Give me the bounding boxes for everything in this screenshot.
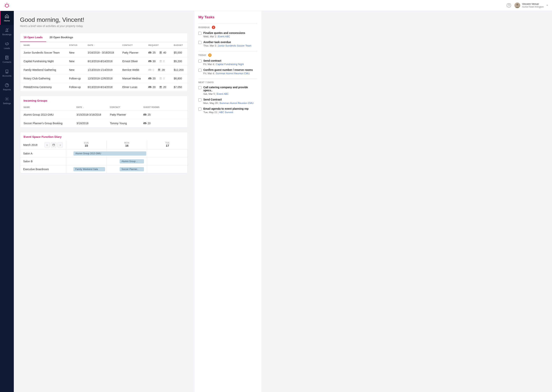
task-link[interactable]: Summar Alumni Reunion CMU bbox=[220, 102, 254, 105]
sidebar-item-settings[interactable]: Settings bbox=[0, 94, 14, 107]
col-guest-rooms[interactable]: GUEST ROOMS bbox=[141, 104, 188, 111]
svg-point-30 bbox=[161, 60, 161, 61]
svg-point-25 bbox=[160, 52, 160, 52]
gear-icon bbox=[4, 97, 9, 101]
task-link[interactable]: Event ABC bbox=[218, 35, 230, 38]
app-logo[interactable] bbox=[0, 2, 14, 9]
tasks-panel: My Tasks OVERDUE2 Finalize quotes and co… bbox=[194, 11, 261, 392]
group-title: TODAY bbox=[198, 54, 206, 56]
sidebar-item-bookings[interactable]: Bookings bbox=[0, 25, 14, 38]
table-row[interactable]: Capital Fundraising Night New 8/13/2018-… bbox=[20, 57, 188, 66]
task-checkbox[interactable] bbox=[198, 86, 202, 89]
col-contact[interactable]: CONTACT bbox=[120, 42, 146, 49]
task-date: Sat, Mar 5 bbox=[203, 92, 215, 95]
task-checkbox[interactable] bbox=[198, 32, 202, 35]
count-badge: 2 bbox=[208, 53, 212, 57]
task-date: Tue, May 21 bbox=[203, 111, 217, 114]
task-item: Send contract Fri, Mar 4|Capital Fundrai… bbox=[198, 59, 257, 66]
bed-icon bbox=[143, 122, 146, 125]
user-menu[interactable]: Vincent Venue Acme Hotel Arlington ▼ bbox=[515, 2, 548, 8]
task-checkbox[interactable] bbox=[198, 69, 202, 72]
calendar-button[interactable] bbox=[51, 142, 56, 147]
col-request[interactable]: REQUEST bbox=[146, 42, 171, 49]
next-button[interactable]: › bbox=[58, 142, 63, 147]
svg-point-26 bbox=[161, 52, 161, 52]
task-item: Send Contract Mon, May 20|Summar Alumni … bbox=[198, 98, 257, 105]
svg-rect-7 bbox=[5, 43, 8, 45]
table-row[interactable]: Soccer Planner's Group Booking 3/16/2018… bbox=[20, 119, 188, 128]
lead-status: New bbox=[66, 49, 85, 57]
task-link[interactable]: ABC Summit bbox=[219, 111, 233, 114]
task-checkbox[interactable] bbox=[198, 108, 202, 111]
mailbox-icon bbox=[4, 41, 9, 46]
lead-request: 0 28 bbox=[146, 66, 171, 74]
lead-request: 20 20 bbox=[146, 83, 171, 91]
table-row[interactable]: Junior Sundevils Soccer Team New 3/16/20… bbox=[20, 49, 188, 57]
sidebar-item-reports[interactable]: Reports bbox=[0, 80, 14, 94]
event-bar[interactable]: Alumni Group .. bbox=[120, 159, 144, 163]
prev-button[interactable]: ‹ bbox=[44, 142, 50, 147]
task-link[interactable]: Event ABC bbox=[217, 92, 229, 95]
table-row[interactable]: Rotary Club Gathering Follow-up 12/3/201… bbox=[20, 74, 188, 83]
lead-date: 12/3/2018-12/6/2018 bbox=[85, 74, 120, 83]
lead-date: 3/16/2018 - 3/18/2018 bbox=[85, 49, 120, 57]
sidebar-item-label: Reports bbox=[3, 88, 11, 91]
lead-name: Family Weekend Gathering bbox=[20, 66, 66, 74]
col-name[interactable]: NAME bbox=[20, 104, 74, 111]
lead-request: 20 0 bbox=[146, 74, 171, 83]
col-contact[interactable]: CONTACT bbox=[107, 104, 141, 111]
book-icon bbox=[4, 55, 9, 60]
help-icon[interactable]: ? bbox=[507, 3, 511, 7]
group-contact: Tommy Young bbox=[107, 119, 141, 128]
leads-card: 18 Open Leads 20 Open Bookings NAME STAT… bbox=[20, 33, 188, 91]
sidebar-item-contacts[interactable]: Contacts bbox=[0, 52, 14, 66]
col-date[interactable]: DATE↓ bbox=[85, 42, 120, 49]
sidebar-item-home[interactable]: Home bbox=[0, 11, 14, 25]
lead-request: 30 0 bbox=[146, 57, 171, 66]
sidebar-item-accounts[interactable]: Accounts bbox=[0, 66, 14, 80]
tab-open-leads[interactable]: 18 Open Leads bbox=[20, 33, 46, 42]
task-link[interactable]: Capital Fundraising Night bbox=[216, 63, 244, 66]
incoming-groups-card: Incoming Groups NAME DATE↓ CONTACT GUEST… bbox=[20, 96, 188, 128]
task-title: Send Contract bbox=[203, 98, 257, 101]
day-column[interactable]: SUN15 bbox=[66, 140, 107, 149]
lead-name: Pete&Emma Ceremony bbox=[20, 83, 66, 91]
table-row[interactable]: Family Weekend Gathering New 1/13/2019-1… bbox=[20, 66, 188, 74]
svg-point-1 bbox=[7, 3, 7, 3]
lead-status: Follow-up bbox=[66, 83, 85, 91]
svg-point-34 bbox=[159, 69, 160, 70]
task-checkbox[interactable] bbox=[198, 41, 202, 44]
day-column[interactable]: MON16 bbox=[107, 140, 147, 149]
table-row[interactable]: Pete&Emma Ceremony Follow-up 8/13/2018-8… bbox=[20, 83, 188, 91]
group-title: NEXT 7 DAYS bbox=[198, 81, 214, 84]
col-name[interactable]: NAME bbox=[20, 42, 66, 49]
people-icon bbox=[159, 77, 162, 80]
svg-point-0 bbox=[5, 4, 9, 7]
lead-name: Capital Fundraising Night bbox=[20, 57, 66, 66]
col-budget[interactable]: BUDGET bbox=[171, 42, 188, 49]
event-bar[interactable]: Soccer Planner.. bbox=[120, 167, 144, 171]
room-name: Salon A bbox=[20, 150, 66, 157]
task-date: Fri, Mar 4 bbox=[203, 63, 214, 66]
task-checkbox[interactable] bbox=[198, 98, 202, 101]
task-link[interactable]: Summar Alumni Reunion CMU bbox=[216, 72, 250, 75]
tab-open-bookings[interactable]: 20 Open Bookings bbox=[46, 33, 77, 42]
event-bar[interactable]: Family Weekend Gala bbox=[73, 167, 105, 171]
svg-point-12 bbox=[7, 57, 8, 57]
group-title: OVERDUE bbox=[198, 26, 210, 28]
table-row[interactable]: Alumni Group 2013 GMU 3/15/2018-3/16/201… bbox=[20, 111, 188, 119]
svg-point-22 bbox=[6, 98, 7, 99]
col-status[interactable]: STATUS bbox=[66, 42, 85, 49]
task-group: TODAY2 Send contract Fri, Mar 4|Capital … bbox=[198, 51, 257, 75]
greeting-subtitle: Here's a brief view of activities at you… bbox=[20, 25, 188, 28]
day-column[interactable]: TUE17 bbox=[147, 140, 188, 149]
task-link[interactable]: Junior Sundevils Soccer Team bbox=[218, 44, 251, 47]
task-date: Wed, Mar 2 bbox=[203, 35, 216, 38]
svg-point-5 bbox=[9, 6, 10, 6]
task-checkbox[interactable] bbox=[198, 60, 202, 63]
pie-icon bbox=[4, 83, 9, 88]
event-bar[interactable]: Alumni Group 2013 GMU bbox=[73, 151, 146, 156]
col-date[interactable]: DATE↓ bbox=[74, 104, 107, 111]
task-date: Mon, May 20 bbox=[203, 102, 218, 105]
sidebar-item-leads[interactable]: Leads bbox=[0, 38, 14, 52]
